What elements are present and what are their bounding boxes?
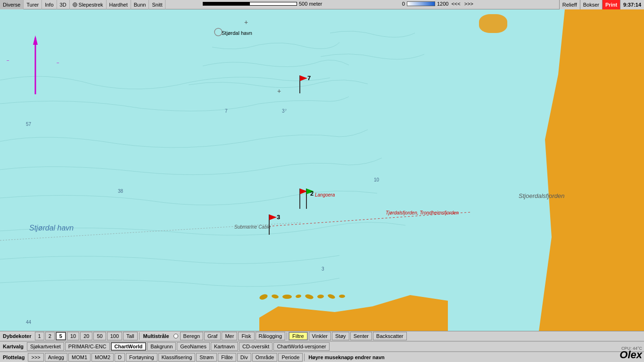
flate-btn[interactable]: Flåte — [218, 353, 236, 362]
omrade-btn[interactable]: Område — [252, 353, 278, 362]
label-langoera: Stjoerdalsfjorden — [519, 192, 565, 199]
sjokartverket-btn[interactable]: Sjøkartverket — [27, 342, 64, 351]
kartnavn-btn[interactable]: Kartnavn — [211, 342, 238, 351]
scale-label: 500 meter — [299, 1, 322, 7]
nav-next-btn[interactable]: >>> — [463, 1, 474, 7]
plottelag-label: Plottelag — [0, 354, 27, 360]
depth-37: 3⁷ — [282, 108, 287, 114]
geonames-btn[interactable]: GeoNames — [177, 342, 210, 351]
menu-info[interactable]: Info — [42, 0, 57, 9]
compass-minus2: − — [57, 60, 59, 66]
svg-marker-7 — [33, 35, 38, 45]
svg-point-2 — [215, 28, 222, 36]
depth-2-btn[interactable]: 2 — [45, 332, 55, 340]
senter-btn[interactable]: Senter — [350, 332, 372, 340]
depth-max: 1200 — [437, 1, 448, 7]
graf-btn[interactable]: Graf — [204, 332, 221, 340]
svg-text:+: + — [244, 18, 248, 26]
cd-oversikt-btn[interactable]: CD-oversikt — [239, 342, 272, 351]
depth-gradient — [407, 1, 435, 6]
depth-57: 57 — [26, 122, 31, 127]
compass — [31, 33, 40, 100]
sep2 — [287, 332, 287, 340]
primar-btn[interactable]: PRIMAR/C-ENC — [65, 342, 110, 351]
stoy-btn[interactable]: Støy — [332, 332, 349, 340]
scale-line — [203, 2, 297, 6]
compass-minus1: − — [7, 58, 9, 63]
menu-diverse[interactable]: Diverse — [0, 0, 24, 9]
depth-5-btn[interactable]: 5 — [56, 332, 66, 340]
strom-btn[interactable]: Strøm — [196, 353, 217, 362]
label-fjord: Langoera — [315, 192, 335, 197]
bokser-button[interactable]: Bokser — [580, 0, 602, 9]
top-right-buttons: Relieff Bokser Print 9:37:14 — [559, 0, 644, 9]
flag-2[interactable]: 2 — [297, 186, 316, 211]
depth-7: 7 — [225, 108, 228, 114]
nav-prev-btn[interactable]: <<< — [450, 1, 461, 7]
clock-display: 9:37:14 — [620, 0, 644, 9]
right-mouse-label: Høyre museknapp endrer navn — [305, 354, 387, 360]
sep3 — [304, 354, 305, 361]
svg-marker-15 — [269, 214, 277, 220]
print-button[interactable]: Print — [602, 0, 620, 9]
periode-btn[interactable]: Periode — [278, 353, 303, 362]
div-btn[interactable]: Div — [237, 353, 251, 362]
depth-10-btn[interactable]: 10 — [67, 332, 79, 340]
map-svg: Stjørdal havn + + — [0, 9, 644, 335]
svg-marker-9 — [300, 75, 307, 81]
fortoyning-btn[interactable]: Fortøyning — [126, 353, 157, 362]
menu-bunn[interactable]: Bunn — [131, 0, 149, 9]
vinkler-btn[interactable]: Vinkler — [309, 332, 331, 340]
chartworld-btn[interactable]: ChartWorld — [111, 342, 147, 351]
map-area[interactable]: Stjørdal havn + + − − 57 38 7 10 3 44 3⁷… — [0, 9, 644, 335]
depth-100-btn[interactable]: 100 — [107, 332, 122, 340]
label-sjokabel: Submarine Cable — [234, 224, 271, 230]
depth-10: 10 — [374, 177, 379, 182]
kartvalg-label: Kartvalg — [0, 344, 26, 349]
bakgrunn-btn[interactable]: Bakgrunn — [147, 342, 176, 351]
d-btn[interactable]: D — [115, 353, 125, 362]
mom1-btn[interactable]: MOM1 — [68, 353, 91, 362]
depth-range: 0 1200 <<< >>> — [402, 1, 474, 7]
depth-3: 3 — [322, 266, 324, 272]
depth-1-btn[interactable]: 1 — [35, 332, 44, 340]
svg-text:Stjørdal havn: Stjørdal havn — [222, 30, 252, 36]
label-submarine-cable: Tjørdalsfjorden, Trondheimsfjorden — [386, 210, 459, 215]
multistrale-label: Multistråle — [140, 333, 172, 339]
depth-tall-btn[interactable]: Tall — [123, 332, 138, 340]
sep1 — [139, 332, 140, 340]
depth-min: 0 — [402, 1, 405, 7]
mom2-btn[interactable]: MOM2 — [91, 353, 114, 362]
bottom-bar1: Dybdekoter 1 2 5 10 20 50 100 Tall Multi… — [0, 331, 644, 341]
ralogging-btn[interactable]: Rålogging — [256, 332, 286, 340]
relieff-button[interactable]: Relieff — [559, 0, 580, 9]
dybdekoter-label: Dybdekoter — [0, 333, 34, 339]
fisk-btn[interactable]: Fisk — [238, 332, 254, 340]
menu-slepestrek[interactable]: Slepestrek — [70, 0, 107, 9]
scale-bar: 500 meter — [203, 1, 322, 7]
multistrale-radio[interactable] — [173, 334, 178, 338]
depth-50-btn[interactable]: 50 — [93, 332, 106, 340]
menu-turer[interactable]: Turer — [24, 0, 42, 9]
bottom-bar3: Plottelag >>> Anlegg MOM1 MOM2 D Fortøyn… — [0, 352, 644, 362]
beregn-btn[interactable]: Beregn — [180, 332, 203, 340]
top-menu-bar: Diverse Turer Info 3D Slepestrek Hardhet… — [0, 0, 644, 9]
klassifisering-btn[interactable]: Klassifisering — [158, 353, 196, 362]
olex-logo: Olex — [619, 349, 642, 361]
depth-38: 38 — [118, 189, 123, 194]
menu-hardhet[interactable]: Hardhet — [107, 0, 131, 9]
depth-44: 44 — [26, 320, 31, 325]
flag-7[interactable]: 7 — [297, 71, 311, 95]
filtre-btn[interactable]: Filtre — [289, 332, 307, 340]
menu-3d[interactable]: 3D — [57, 0, 70, 9]
svg-text:+: + — [277, 87, 281, 95]
anlegg-btn[interactable]: Anlegg — [45, 353, 67, 362]
depth-20-btn[interactable]: 20 — [80, 332, 92, 340]
backscatter-btn[interactable]: Backscatter — [373, 332, 406, 340]
chartworld-versions-btn[interactable]: ChartWorld-versjoner — [273, 342, 329, 351]
flag-3[interactable]: 3 — [266, 212, 281, 237]
label-stjoerdal: Stjørdal havn — [29, 224, 74, 232]
mer-btn[interactable]: Mer — [222, 332, 237, 340]
plottelag-nav-btn[interactable]: >>> — [28, 353, 43, 362]
menu-snitt[interactable]: Snitt — [149, 0, 165, 9]
